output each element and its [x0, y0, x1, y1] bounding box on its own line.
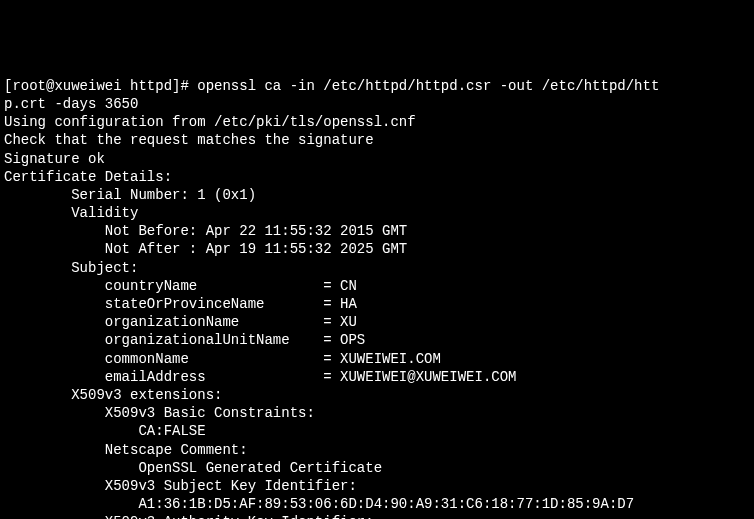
- org-unit-line: organizationalUnitName = OPS: [4, 332, 365, 348]
- config-line: Using configuration from /etc/pki/tls/op…: [4, 114, 416, 130]
- country-line: countryName = CN: [4, 278, 357, 294]
- signature-ok: Signature ok: [4, 151, 105, 167]
- subject-key-value: A1:36:1B:D5:AF:89:53:06:6D:D4:90:A9:31:C…: [4, 496, 634, 512]
- command-text: openssl ca -in /etc/httpd/httpd.csr -out…: [197, 78, 659, 94]
- state-line: stateOrProvinceName = HA: [4, 296, 357, 312]
- ca-false-line: CA:FALSE: [4, 423, 206, 439]
- org-line: organizationName = XU: [4, 314, 357, 330]
- common-name-line: commonName = XUWEIWEI.COM: [4, 351, 441, 367]
- command-wrap: p.crt -days 3650: [4, 96, 138, 112]
- auth-key-label: X509v3 Authority Key Identifier:: [4, 514, 382, 519]
- netscape-label: Netscape Comment:: [4, 442, 256, 458]
- not-before-line: Not Before: Apr 22 11:55:32 2015 GMT: [4, 223, 407, 239]
- cert-details-header: Certificate Details:: [4, 169, 172, 185]
- subject-key-label: X509v3 Subject Key Identifier:: [4, 478, 365, 494]
- openssl-gen-line: OpenSSL Generated Certificate: [4, 460, 382, 476]
- terminal-output: [root@xuweiwei httpd]# openssl ca -in /e…: [4, 77, 750, 519]
- subject-label: Subject:: [4, 260, 138, 276]
- serial-number-line: Serial Number: 1 (0x1): [4, 187, 256, 203]
- x509-ext-label: X509v3 extensions:: [4, 387, 222, 403]
- not-after-line: Not After : Apr 19 11:55:32 2025 GMT: [4, 241, 407, 257]
- validity-label: Validity: [4, 205, 138, 221]
- check-line: Check that the request matches the signa…: [4, 132, 374, 148]
- email-line: emailAddress = XUWEIWEI@XUWEIWEI.COM: [4, 369, 516, 385]
- shell-prompt: [root@xuweiwei httpd]#: [4, 78, 197, 94]
- basic-constraints-label: X509v3 Basic Constraints:: [4, 405, 323, 421]
